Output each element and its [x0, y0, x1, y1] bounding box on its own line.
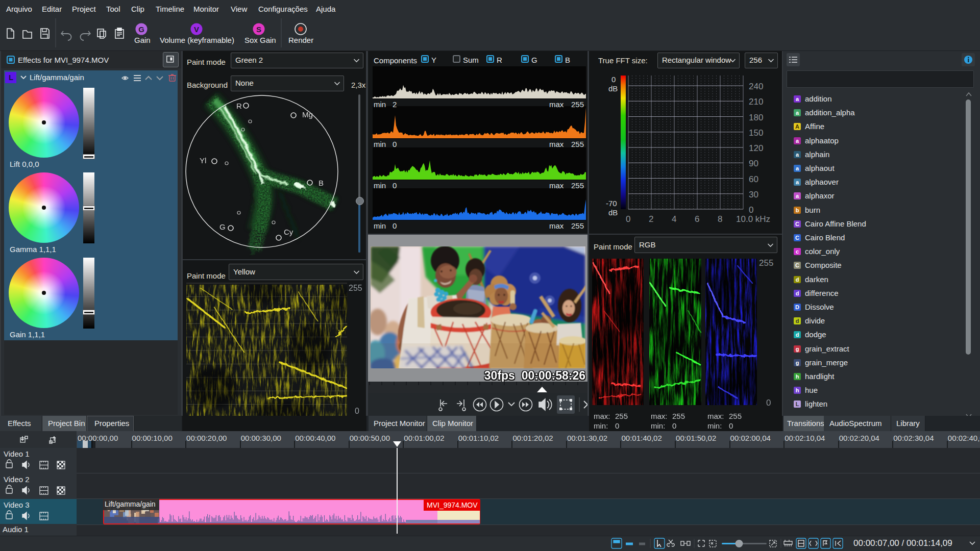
svg-text:G: G	[219, 222, 226, 231]
svg-text:Mg: Mg	[302, 110, 313, 119]
svg-text:R: R	[236, 102, 242, 110]
svg-text:G: G	[138, 25, 144, 34]
svg-text:V: V	[194, 25, 199, 34]
svg-text:S: S	[256, 25, 261, 34]
svg-text:Cy: Cy	[284, 228, 293, 236]
svg-text:B: B	[318, 179, 324, 187]
svg-text:Yl: Yl	[200, 156, 206, 165]
